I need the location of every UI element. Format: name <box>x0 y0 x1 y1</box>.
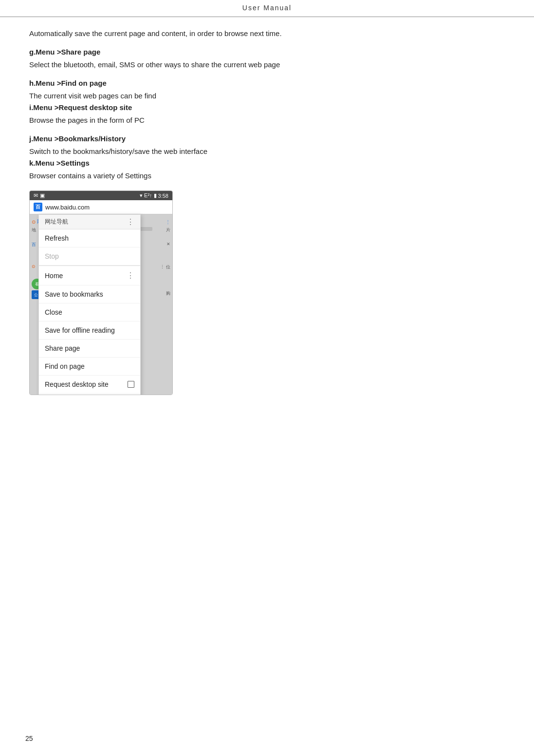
browser-dropdown-menu: 网址导航 ⋮ Refresh Stop Home ⋮ Save <box>38 214 141 395</box>
menu-item-save-bookmarks-label: Save to bookmarks <box>45 290 103 298</box>
section-h-menu: Menu >Find on page <box>36 79 106 87</box>
section-g: g.Menu >Share page Select the bluetooth,… <box>29 46 505 71</box>
bg-label-right-4: 购 <box>166 290 170 297</box>
section-h-label: h. <box>29 79 36 87</box>
menu-item-stop-label: Stop <box>45 252 59 260</box>
section-k-menu: Menu >Settings <box>36 159 90 167</box>
bg-nav-dots: ⋮ <box>166 219 170 225</box>
phone-status-bar: ✉ ▣ ▾ E²↑ ▮ 3:58 <box>30 191 172 200</box>
section-j: j.Menu >Bookmarks/History Switch to the … <box>29 133 505 182</box>
notification-icon: ▣ <box>40 192 45 199</box>
wifi-signal: ▾ E²↑ <box>140 192 152 199</box>
phone-mockup: ✉ ▣ ▾ E²↑ ▮ 3:58 百 www.baidu.com ⊙ 网址导航 <box>29 190 173 395</box>
menu-header-text: 网址导航 <box>45 218 68 226</box>
menu-item-home-label: Home <box>45 272 63 280</box>
section-g-desc: Select the bluetooth, email, SMS or othe… <box>29 59 505 71</box>
menu-item-save-offline[interactable]: Save for offline reading <box>39 321 140 340</box>
menu-item-save-offline-label: Save for offline reading <box>45 326 115 334</box>
header-title: User Manual <box>242 4 292 12</box>
section-j-menu: Menu >Bookmarks/History <box>33 134 126 143</box>
menu-section-header: 网址导航 ⋮ <box>39 215 140 229</box>
bg-label-right-3: ⋮ 位 <box>160 264 170 270</box>
url-favicon: 百 <box>34 203 42 211</box>
section-j-desc: Switch to the bookmarks/history/save the… <box>29 146 505 157</box>
menu-item-save-bookmarks[interactable]: Save to bookmarks <box>39 285 140 303</box>
menu-item-find-on-page-label: Find on page <box>45 362 85 370</box>
favicon-text: 百 <box>36 204 40 210</box>
main-content: Automatically save the current page and … <box>0 17 534 415</box>
bg-label-right-1: 片 <box>166 227 170 233</box>
menu-item-close-label: Close <box>45 308 62 316</box>
menu-item-home-dots: ⋮ <box>127 271 134 280</box>
section-g-label: g. <box>29 48 36 56</box>
section-k-desc: Browser contains a variety of Settings <box>29 170 505 182</box>
menu-item-request-desktop[interactable]: Request desktop site <box>39 376 140 394</box>
page-number: 25 <box>25 735 33 742</box>
phone-url-bar[interactable]: 百 www.baidu.com <box>30 200 172 214</box>
status-left-icons: ✉ ▣ <box>34 192 45 199</box>
status-right-icons: ▾ E²↑ ▮ 3:58 <box>140 192 168 199</box>
time-display: 3:58 <box>158 193 168 199</box>
menu-item-share-page[interactable]: Share page <box>39 340 140 358</box>
bg-label-right-2: ✕ <box>166 242 170 246</box>
menu-item-refresh-label: Refresh <box>45 234 69 242</box>
section-k-label: k. <box>29 159 36 167</box>
section-h: h.Menu >Find on page The current visit w… <box>29 77 505 126</box>
menu-item-close[interactable]: Close <box>39 303 140 321</box>
section-g-menu: Menu >Share page <box>36 48 100 56</box>
section-i-desc: Browse the pages in the form of PC <box>29 114 505 126</box>
battery-icon: ▮ <box>154 192 157 199</box>
menu-item-refresh[interactable]: Refresh <box>39 229 140 247</box>
menu-item-home[interactable]: Home ⋮ <box>39 265 140 285</box>
intro-paragraph: Automatically save the current page and … <box>29 28 505 39</box>
page-header: User Manual <box>0 0 534 17</box>
request-desktop-checkbox[interactable] <box>128 381 134 388</box>
menu-item-stop[interactable]: Stop <box>39 247 140 265</box>
menu-item-find-on-page[interactable]: Find on page <box>39 358 140 376</box>
menu-header-dots: ⋮ <box>127 217 134 227</box>
section-i-menu: Menu >Request desktop site <box>33 103 132 112</box>
url-text[interactable]: www.baidu.com <box>45 204 168 211</box>
menu-item-bookmarks-history[interactable]: Bookmarks/History › <box>39 394 140 395</box>
phone-body: ⊙ 网址导航 ⋮ 地 hao 片 百 <box>30 214 172 395</box>
menu-item-request-desktop-label: Request desktop site <box>45 380 109 388</box>
envelope-icon: ✉ <box>34 192 38 199</box>
section-h-desc: The current visit web pages can be find <box>29 90 505 102</box>
intro-text: Automatically save the current page and … <box>29 29 282 38</box>
menu-item-share-page-label: Share page <box>45 344 80 352</box>
bg-nav-icon: ⊙ <box>32 219 36 225</box>
